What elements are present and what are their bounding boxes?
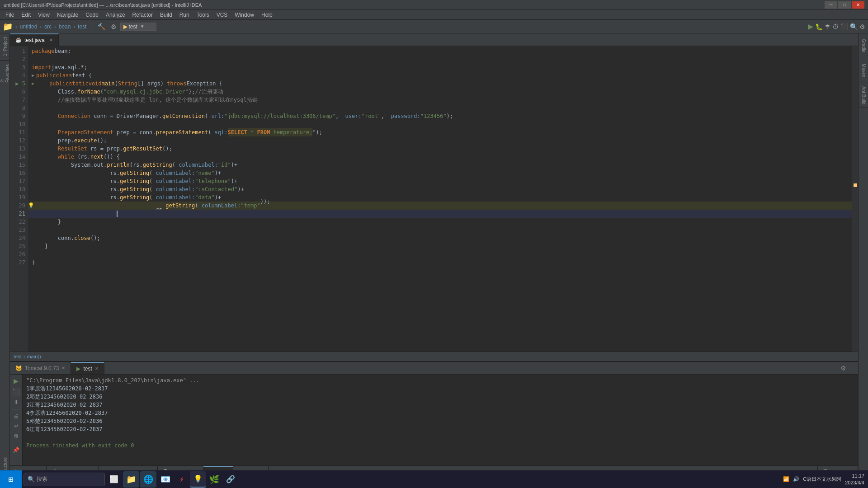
- menu-window[interactable]: Window: [231, 11, 258, 19]
- taskbar-start-button[interactable]: ⊞: [0, 470, 22, 488]
- left-panel-favorites[interactable]: 2: Favorites: [0, 61, 10, 83]
- menu-file[interactable]: File: [2, 11, 18, 19]
- maximize-button[interactable]: □: [838, 1, 851, 9]
- run-again-button[interactable]: ▶: [13, 376, 19, 385]
- code-line-25: }: [28, 242, 852, 250]
- run-tab-test[interactable]: ▶ test ✕: [71, 362, 104, 374]
- toolbar-separator: [91, 22, 91, 31]
- breadcrumb-class[interactable]: test: [14, 354, 22, 359]
- run-tab-test-close[interactable]: ✕: [95, 366, 99, 371]
- line-num-17: 17: [10, 177, 25, 185]
- line-num-13: 13: [10, 145, 25, 153]
- menu-code[interactable]: Code: [82, 11, 102, 19]
- toolbar: 📁 › untitled › src › bean › test 🔨 ⚙ ▶ t…: [0, 20, 868, 33]
- settings-button[interactable]: ⚙: [859, 23, 865, 30]
- run-minimize-button[interactable]: —: [848, 365, 854, 372]
- menu-run[interactable]: Run: [176, 11, 193, 19]
- right-panel-maven[interactable]: Maven: [859, 58, 868, 83]
- taskbar-app1[interactable]: ⚡: [174, 471, 190, 488]
- window-controls[interactable]: ─ □ ✕: [825, 1, 864, 9]
- test-run-icon: ▶: [76, 366, 80, 372]
- pin-tab-button[interactable]: 📌: [12, 446, 20, 454]
- tab-test-java[interactable]: ☕ test.java ✕: [10, 33, 59, 46]
- menu-view[interactable]: View: [34, 11, 53, 19]
- breadcrumb-project[interactable]: untitled: [20, 23, 38, 30]
- taskbar-file-explorer[interactable]: 📁: [123, 471, 139, 488]
- toolbar-build-icon[interactable]: 🔨: [96, 22, 107, 31]
- taskbar-search[interactable]: 🔍 搜索: [24, 473, 105, 486]
- taskbar-sound-icon[interactable]: 🔊: [793, 476, 799, 482]
- right-panel-ant[interactable]: Ant Build: [859, 83, 868, 108]
- soft-wrap-button[interactable]: ↵: [13, 422, 19, 430]
- stop-button[interactable]: ⬛: [840, 23, 848, 30]
- tab-close-button[interactable]: ✕: [49, 38, 53, 42]
- run-tab-tomcat[interactable]: 🐱 Tomcat 9.0.73 ✕: [10, 362, 71, 374]
- run-output[interactable]: "C:\Program Files\Java\jdk1.8.0_202\bin\…: [23, 375, 858, 465]
- clear-output-button[interactable]: 🗑: [13, 432, 20, 440]
- breadcrumb-arrow: ›: [24, 354, 25, 359]
- taskbar-chrome[interactable]: 🌿: [206, 471, 222, 488]
- toolbar-folder-icon[interactable]: 📁: [3, 22, 13, 32]
- minimize-button[interactable]: ─: [825, 1, 837, 9]
- line-num-24: 24: [10, 234, 25, 242]
- line-num-4: 4: [10, 71, 25, 80]
- code-line-2: [28, 55, 852, 63]
- stop-run-button[interactable]: ⬛: [11, 387, 21, 396]
- right-panel-gradle[interactable]: Gradle: [859, 33, 868, 58]
- debug-button[interactable]: 🐛: [815, 23, 823, 30]
- menu-navigate[interactable]: Navigate: [53, 11, 82, 19]
- breadcrumb-src[interactable]: src: [44, 23, 52, 30]
- menu-tools[interactable]: Tools: [193, 11, 213, 19]
- print-button[interactable]: 🖨: [13, 412, 20, 420]
- code-line-5: ▶ public static void main(String[] args)…: [28, 80, 852, 88]
- code-line-3: import java.sql.*;: [28, 63, 852, 71]
- code-line-1: package bean;: [28, 47, 852, 55]
- menu-edit[interactable]: Edit: [18, 11, 34, 19]
- output-line-blank: [26, 433, 854, 441]
- taskbar-mail[interactable]: 📧: [157, 471, 174, 488]
- code-line-21[interactable]: [28, 210, 852, 218]
- chrome-icon: 🌿: [209, 474, 219, 484]
- code-line-14: while (rs.next()) {: [28, 153, 852, 161]
- run-config-selector[interactable]: ▶ test ▼: [120, 23, 156, 31]
- taskbar-task-view[interactable]: ⬜: [106, 471, 122, 488]
- taskbar-intellij[interactable]: 💡: [190, 471, 206, 488]
- run-toolbar: ▶ ⬛ ⬇ 🖨 ↵ 🗑 📌: [10, 375, 23, 465]
- menu-build[interactable]: Build: [156, 11, 176, 19]
- profile-button[interactable]: ⏱: [832, 23, 839, 30]
- taskbar: ⊞ 🔍 搜索 ⬜ 📁 🌐 📧 ⚡ 💡 🌿 🔗 📶 🔊 C语日本文水果阿 11:1…: [0, 470, 868, 488]
- breadcrumb-package[interactable]: bean: [59, 23, 71, 30]
- menu-vcs[interactable]: VCS: [213, 11, 231, 19]
- left-panel-project[interactable]: 1: Project: [0, 33, 10, 61]
- code-line-22: }: [28, 218, 852, 226]
- breadcrumb-method[interactable]: main(): [27, 354, 41, 359]
- close-button[interactable]: ✕: [852, 1, 864, 9]
- menu-help[interactable]: Help: [258, 11, 276, 19]
- run-tab-tomcat-close[interactable]: ✕: [61, 366, 65, 371]
- menu-analyze[interactable]: Analyze: [102, 11, 129, 19]
- code-line-24: conn.close();: [28, 234, 852, 242]
- coverage-button[interactable]: ☂: [825, 23, 830, 30]
- line-num-19: 19: [10, 193, 25, 202]
- taskbar-app3[interactable]: 🔗: [222, 471, 239, 488]
- run-config-dropdown-icon: ▼: [140, 24, 145, 29]
- taskbar-network-icon[interactable]: 📶: [783, 476, 789, 482]
- menu-refactor[interactable]: Refactor: [129, 11, 156, 19]
- run-settings-button[interactable]: ⚙: [840, 365, 846, 372]
- line-num-9: 9: [10, 112, 25, 120]
- scroll-end-button[interactable]: ⬇: [13, 398, 19, 406]
- breadcrumb-file[interactable]: test: [78, 23, 86, 30]
- taskbar-edge[interactable]: 🌐: [140, 471, 156, 488]
- line-num-1: 1: [10, 47, 25, 55]
- taskbar-clock[interactable]: 11:17 2023/4/4: [845, 473, 864, 486]
- run-button[interactable]: ▶: [808, 22, 813, 31]
- taskbar-search-text: 搜索: [37, 475, 47, 483]
- tomcat-icon: 🐱: [15, 365, 22, 371]
- code-area[interactable]: package bean; import java.sql.*; ▶public…: [28, 46, 852, 352]
- toolbar-settings-icon[interactable]: ⚙: [109, 22, 118, 31]
- search-everywhere-button[interactable]: 🔍: [850, 23, 858, 30]
- line-num-21: 21: [10, 210, 25, 218]
- line-num-3: 3: [10, 63, 25, 71]
- code-line-20: 💡 rs.getString( columnLabel: "temp"));: [28, 202, 852, 210]
- toolbar-right: ▶ 🐛 ☂ ⏱ ⬛ 🔍 ⚙: [808, 22, 865, 31]
